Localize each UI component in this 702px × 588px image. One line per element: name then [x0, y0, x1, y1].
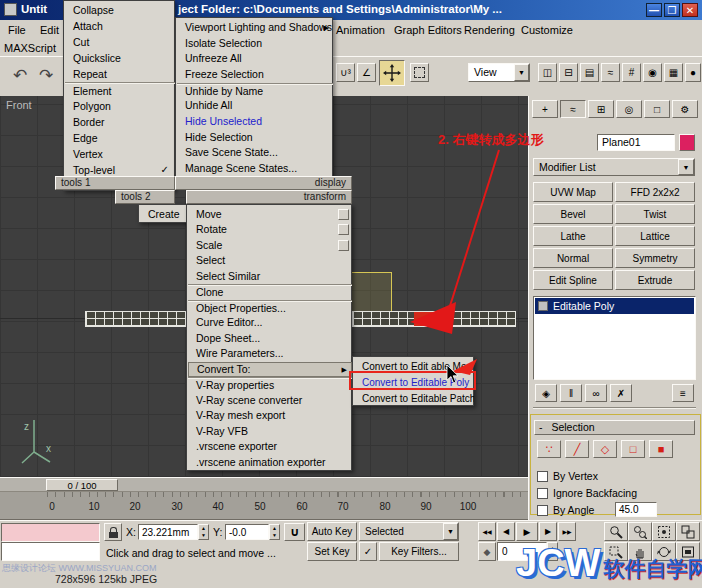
modifier-button-uvw-map[interactable]: UVW Map	[533, 182, 613, 202]
layer-manager-icon[interactable]: ▤	[580, 63, 599, 82]
chevron-down-icon[interactable]: ▼	[443, 523, 458, 540]
time-slider-track[interactable]: 0 / 100	[0, 477, 528, 492]
menu-item-vray-scene-converter[interactable]: V-Ray scene converter	[188, 393, 352, 408]
modifier-button-lathe[interactable]: Lathe	[533, 226, 613, 246]
maxscript-listener-pink[interactable]	[1, 523, 100, 542]
y-spinner[interactable]: ▲▼	[269, 524, 280, 540]
checkbox-icon[interactable]	[537, 505, 548, 516]
lock-selection-button[interactable]	[104, 523, 122, 541]
menu-graph-editors[interactable]: Graph Editors	[394, 24, 462, 36]
modifier-button-normal[interactable]: Normal	[533, 248, 613, 268]
close-button[interactable]: ✕	[682, 3, 698, 17]
modifier-button-bevel[interactable]: Bevel	[533, 204, 613, 224]
menu-customize[interactable]: Customize	[521, 24, 573, 36]
spin-down-icon[interactable]: ▼	[199, 532, 208, 539]
tab-create[interactable]: +	[532, 100, 558, 118]
make-unique-icon[interactable]: ∞	[585, 384, 607, 402]
spin-up-icon[interactable]: ▲	[199, 525, 208, 532]
spin-down-icon[interactable]: ▼	[548, 552, 557, 559]
modifier-button-symmetry[interactable]: Symmetry	[615, 248, 695, 268]
menu-item-vrscene-exporter[interactable]: .vrscene exporter	[188, 439, 352, 454]
settings-icon[interactable]	[338, 240, 349, 251]
menu-item-attach[interactable]: Attach	[65, 18, 175, 34]
menu-item-isolate-selection[interactable]: Isolate Selection	[177, 36, 333, 51]
menu-edit[interactable]: Edit	[40, 24, 59, 36]
object-name-field[interactable]: Plane01	[597, 134, 675, 151]
menu-item-dope-sheet[interactable]: Dope Sheet...	[188, 331, 352, 346]
next-frame-button[interactable]: ▶	[539, 522, 557, 541]
menu-item-cut[interactable]: Cut	[65, 34, 175, 50]
configure-modifier-sets-icon[interactable]: ≡	[672, 384, 694, 402]
menu-item-curve-editor[interactable]: Curve Editor...	[188, 315, 352, 330]
chevron-down-icon[interactable]: ▼	[514, 64, 529, 81]
menu-item-vrscene-animation-exporter[interactable]: .vrscene animation exporter	[188, 455, 352, 470]
arc-rotate-icon[interactable]	[652, 542, 676, 561]
default-tangent-icon[interactable]: ✓	[359, 542, 377, 561]
polygon-subobject-icon[interactable]: □	[621, 440, 645, 458]
tab-motion[interactable]: ◎	[616, 100, 642, 118]
undo-icon[interactable]: ↶	[8, 61, 32, 89]
x-coordinate-field[interactable]: 23.221mm	[138, 524, 198, 540]
by-angle-checkbox[interactable]: By Angle	[537, 504, 594, 516]
redo-icon[interactable]: ↷	[34, 61, 58, 89]
object-color-swatch[interactable]	[679, 134, 695, 151]
menu-item-vertex[interactable]: Vertex	[65, 146, 175, 162]
play-button[interactable]: ▶	[516, 522, 538, 541]
snap-toggle-icon[interactable]: ∪³	[336, 63, 355, 82]
menu-item-save-scene-state[interactable]: Save Scene State...	[177, 145, 333, 160]
menu-item-viewport-lighting[interactable]: Viewport Lighting and Shadows▶	[177, 20, 333, 35]
maxscript-listener-white[interactable]	[1, 542, 100, 561]
pin-stack-icon[interactable]: ◈	[535, 384, 557, 402]
menu-item-hide-selection[interactable]: Hide Selection	[177, 130, 333, 145]
menu-item-manage-scene-states[interactable]: Manage Scene States...	[177, 161, 333, 176]
menu-item-unfreeze-all[interactable]: Unfreeze All	[177, 51, 333, 66]
zoom-icon[interactable]	[604, 522, 628, 541]
menu-item-unhide-by-name[interactable]: Unhide by Name	[177, 83, 333, 98]
menu-item-convert-editable-patch[interactable]: Convert to Editable Patch	[354, 391, 474, 406]
tab-modify[interactable]: ≈	[560, 100, 586, 118]
menu-item-element[interactable]: Element	[65, 82, 175, 98]
menu-animation[interactable]: Animation	[336, 24, 385, 36]
menu-item-unhide-all[interactable]: Unhide All	[177, 98, 333, 113]
border-subobject-icon[interactable]: ◇	[593, 440, 617, 458]
tab-utilities[interactable]: ⚙	[672, 100, 698, 118]
selection-set-dropdown[interactable]: Selected ▼	[359, 522, 459, 541]
modifier-list-dropdown[interactable]: Modifier List ▼	[533, 158, 695, 176]
render-setup-icon[interactable]: ▦	[664, 63, 683, 82]
menu-rendering[interactable]: Rendering	[464, 24, 515, 36]
by-vertex-checkbox[interactable]: By Vertex	[537, 470, 598, 482]
vertex-subobject-icon[interactable]: ∵	[537, 440, 561, 458]
auto-key-button[interactable]: Auto Key	[307, 522, 357, 541]
select-and-move-button[interactable]	[379, 60, 405, 86]
zoom-extents-icon[interactable]	[652, 522, 676, 541]
menu-item-move[interactable]: Move	[188, 207, 352, 222]
align-icon[interactable]: ⊟	[559, 63, 578, 82]
menu-item-hide-unselected[interactable]: Hide Unselected	[177, 114, 333, 129]
menu-item-vray-properties[interactable]: V-Ray properties	[188, 377, 352, 392]
set-key-button[interactable]: Set Key	[307, 542, 357, 561]
remove-modifier-icon[interactable]: ✗	[610, 384, 632, 402]
zoom-extents-all-icon[interactable]	[676, 522, 700, 541]
modifier-button-edit-spline[interactable]: Edit Spline	[533, 270, 613, 290]
menu-item-wire-parameters[interactable]: Wire Parameters...	[188, 346, 352, 361]
minimize-button[interactable]: —	[646, 3, 662, 17]
settings-icon[interactable]	[338, 209, 349, 220]
maximize-viewport-toggle-icon[interactable]	[676, 542, 700, 561]
menu-item-border[interactable]: Border	[65, 114, 175, 130]
window-crossing-icon[interactable]	[410, 63, 429, 82]
spin-down-icon[interactable]: ▼	[270, 532, 279, 539]
menu-item-select-similar[interactable]: Select Similar	[188, 269, 352, 284]
stack-item-editable-poly[interactable]: Editable Poly	[535, 298, 694, 314]
view-dropdown[interactable]: View ▼	[468, 63, 530, 82]
track-bar[interactable]: 0 10 20 30 40 50 60 70 80 90 100	[0, 492, 528, 520]
element-subobject-icon[interactable]: ■	[649, 440, 673, 458]
spin-up-icon[interactable]: ▲	[270, 525, 279, 532]
y-coordinate-field[interactable]: -0.0	[225, 524, 269, 540]
maximize-button[interactable]: ❐	[664, 3, 680, 17]
menu-item-rotate[interactable]: Rotate	[188, 222, 352, 237]
menu-maxscript[interactable]: MAXScript	[4, 42, 56, 54]
previous-frame-button[interactable]: ◀	[497, 522, 515, 541]
quick-render-icon[interactable]: ●	[685, 63, 701, 82]
spin-up-icon[interactable]: ▲	[548, 545, 557, 552]
menu-file[interactable]: File	[8, 24, 26, 36]
